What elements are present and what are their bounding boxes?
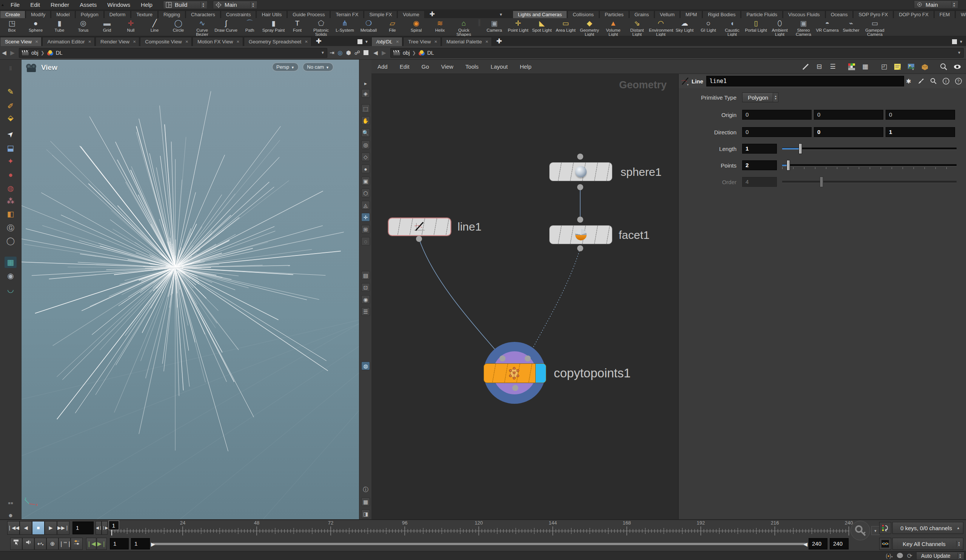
- shelf-tab-polygon[interactable]: Polygon: [76, 11, 104, 18]
- forward-button[interactable]: ▶: [380, 49, 388, 56]
- shelf-tool-gamepad-camera[interactable]: ▭Gamepad Camera: [863, 18, 887, 36]
- node-copytopoints1[interactable]: [483, 363, 546, 383]
- follow-target-icon[interactable]: ◎: [338, 49, 343, 56]
- prev-key-button[interactable]: ❘◀: [86, 538, 96, 550]
- shelf-tool-curve-bezier[interactable]: ∿Curve Bezier: [190, 18, 214, 36]
- bowl-icon[interactable]: ◡: [5, 284, 16, 295]
- copy-node-template-flag[interactable]: [535, 364, 546, 383]
- network-menu-view[interactable]: View: [435, 63, 459, 70]
- brush-icon[interactable]: [917, 77, 926, 85]
- range-start-field[interactable]: 1: [110, 538, 129, 549]
- shelf-dropdown-icon[interactable]: ▼: [496, 12, 506, 16]
- node-output-connector[interactable]: [577, 184, 583, 190]
- length-slider[interactable]: [782, 148, 956, 150]
- shelf-tool-platonic-solids[interactable]: ⬠Platonic Solids: [309, 18, 333, 36]
- menu-file[interactable]: File: [5, 0, 25, 10]
- tick-display-icon[interactable]: ❘'''❘▾: [59, 538, 71, 550]
- shelf-tab-guide-process[interactable]: Guide Process: [287, 11, 330, 18]
- shelf-tool-null[interactable]: ✛Null: [119, 18, 143, 33]
- pencil-icon[interactable]: ✎: [5, 86, 16, 97]
- lock-icon[interactable]: ⬓: [5, 142, 16, 154]
- shelf-tool-ambient-light[interactable]: ⬯Ambient Light: [768, 18, 792, 36]
- shelf-tool-caustic-light[interactable]: ◖Caustic Light: [720, 18, 744, 36]
- shelf-tool-torus[interactable]: ◎Torus: [71, 18, 95, 33]
- network-menu-help[interactable]: Help: [514, 63, 537, 70]
- shelf-tool-circle[interactable]: ◯Circle: [166, 18, 190, 33]
- viewport-tool-icon[interactable]: 🔍: [361, 128, 370, 137]
- path-node[interactable]: DL: [56, 50, 62, 56]
- viewport-tool-icon[interactable]: ⓘ: [361, 485, 370, 494]
- wrench-icon[interactable]: [801, 62, 810, 71]
- brush-icon[interactable]: ✐: [5, 100, 16, 112]
- shelf-tab-oceans[interactable]: Oceans: [826, 11, 853, 18]
- maximize-pane-icon[interactable]: [952, 39, 957, 44]
- playbar-menu-icon[interactable]: [10, 538, 22, 550]
- shelf-tool-switcher[interactable]: ⌁Switcher: [839, 18, 863, 33]
- play-backward-button[interactable]: ◀: [20, 521, 32, 535]
- bucket-icon[interactable]: ⬙: [5, 112, 16, 123]
- jump-to-end-button[interactable]: ▶▶❘: [57, 521, 69, 535]
- viewport-tool-icon[interactable]: ⊞: [361, 225, 370, 233]
- shelf-tab-collisions[interactable]: Collisions: [567, 11, 599, 18]
- shape-palette-icon[interactable]: ▦: [860, 62, 870, 71]
- menu-windows[interactable]: Windows: [102, 0, 136, 10]
- spinner-icon[interactable]: ▲▼: [773, 93, 778, 102]
- shelf-tool-vr-camera[interactable]: ◓VR Camera: [815, 18, 839, 33]
- range-subend-field[interactable]: 240: [830, 538, 849, 549]
- shelf-separator[interactable]: ⣿⣿: [476, 20, 482, 36]
- viewport-tool-icon[interactable]: ◎: [361, 140, 370, 149]
- viewport-tool-icon[interactable]: ▸: [361, 79, 370, 88]
- shelf-tab-particles[interactable]: Particles: [600, 11, 629, 18]
- viewport-tool-icon[interactable]: ⊡: [361, 283, 370, 292]
- spinner-icon[interactable]: ▲▼: [250, 2, 256, 8]
- path-field[interactable]: obj ❯ DL ▼: [19, 48, 327, 58]
- direction-z-field[interactable]: 1: [886, 127, 955, 137]
- toolbar-handle-icon[interactable]: ⣿: [5, 62, 16, 74]
- shelf-tab-dop-pyro-fx[interactable]: DOP Pyro FX: [894, 11, 934, 18]
- shelf-tool-area-light[interactable]: ▭Area Light: [554, 18, 578, 33]
- search-icon[interactable]: [929, 77, 938, 85]
- line-type-icon[interactable]: ▾: [680, 76, 690, 86]
- viewport-tool-icon[interactable]: ◈: [361, 89, 370, 98]
- direction-x-field[interactable]: 0: [742, 127, 812, 137]
- shelf-tool-stereo-camera[interactable]: ▣Stereo Camera: [792, 18, 815, 36]
- shelf-tab-rigid-bodies[interactable]: Rigid Bodies: [703, 11, 741, 18]
- shelf-tab-lights-and-cameras[interactable]: Lights and Cameras: [513, 11, 567, 18]
- node-output-connector[interactable]: [577, 245, 583, 251]
- path-dropdown-icon[interactable]: ▼: [321, 51, 325, 55]
- primitive-type-dropdown[interactable]: Polygon ▲▼: [742, 92, 779, 102]
- shelf-tool-box[interactable]: ◳Box: [0, 18, 24, 33]
- shelf-tool-distant-light[interactable]: ⇘Distant Light: [625, 18, 649, 36]
- shelf-tab-characters[interactable]: Characters: [186, 11, 220, 18]
- add-pane-tab-button[interactable]: ✚: [312, 37, 325, 46]
- back-button[interactable]: ◀: [371, 49, 380, 56]
- node-input-connector[interactable]: [525, 355, 531, 361]
- viewport-tool-icon[interactable]: ▤: [361, 271, 370, 280]
- camera-select-button[interactable]: No cam▼: [303, 62, 334, 71]
- search-icon[interactable]: [939, 62, 949, 71]
- stack-icon[interactable]: ▪▪: [5, 498, 16, 509]
- pose-icon[interactable]: ✦: [5, 156, 16, 167]
- node-output-connector[interactable]: [416, 236, 422, 242]
- close-tab-icon[interactable]: ✕: [186, 39, 188, 44]
- shelf-tool-font[interactable]: TFont: [285, 18, 309, 33]
- viewport-tool-icon[interactable]: ◉: [361, 295, 370, 304]
- sphere-box-icon[interactable]: ◉: [5, 270, 16, 281]
- main-right-dropdown[interactable]: Main ▲▼: [914, 0, 958, 9]
- play-forward-button[interactable]: ▶: [44, 521, 57, 535]
- shelf-tab-volume[interactable]: Volume: [398, 11, 424, 18]
- box-tool-icon[interactable]: ◧: [5, 208, 16, 220]
- build-desktop-dropdown[interactable]: Build ▲▼: [163, 1, 208, 9]
- range-left-handle[interactable]: ▶: [151, 541, 155, 547]
- list-icon[interactable]: ☰: [828, 62, 838, 71]
- shelf-tool-tube[interactable]: ▮Tube: [48, 18, 71, 33]
- pane-menu-icon[interactable]: ▼: [365, 39, 368, 44]
- shelf-tool-l-system[interactable]: ⋔L-System: [333, 18, 357, 33]
- pane-menu-icon[interactable]: ▼: [959, 39, 963, 44]
- points-slider[interactable]: [782, 164, 956, 166]
- pin-icon[interactable]: ⇥: [330, 49, 334, 56]
- viewport-tool-icon[interactable]: ●: [361, 164, 370, 173]
- shelf-tab-hair-utils[interactable]: Hair Utils: [256, 11, 287, 18]
- breadcrumb[interactable]: obj ❯ DL: [393, 50, 434, 56]
- tree-hierarchy-icon[interactable]: ⊟: [814, 62, 824, 71]
